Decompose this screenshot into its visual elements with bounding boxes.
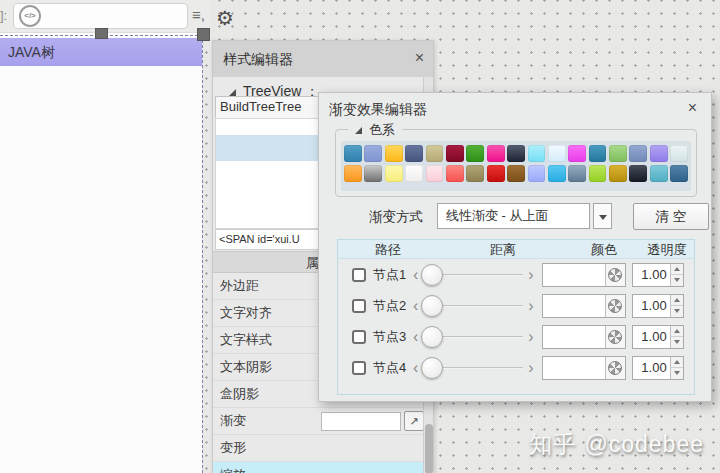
slider-thumb[interactable]: [421, 357, 443, 379]
opacity-value[interactable]: 1.00: [633, 357, 670, 379]
slider-left-icon[interactable]: ‹: [413, 361, 418, 375]
color-value[interactable]: [543, 295, 605, 317]
color-swatch[interactable]: [609, 165, 627, 182]
color-value[interactable]: [543, 264, 605, 286]
distance-slider[interactable]: [421, 356, 525, 380]
resize-handle-top[interactable]: [95, 28, 108, 39]
spin-down-icon[interactable]: [671, 337, 683, 348]
color-swatch[interactable]: [487, 145, 505, 162]
color-value[interactable]: [543, 326, 605, 348]
scrollbar-thumb[interactable]: [425, 424, 433, 473]
color-picker-button[interactable]: [605, 295, 625, 317]
color-field[interactable]: [542, 294, 626, 318]
clear-button[interactable]: 清 空: [633, 203, 709, 230]
slider-thumb[interactable]: [421, 264, 443, 286]
color-swatch[interactable]: [405, 165, 423, 182]
color-swatch[interactable]: [385, 145, 403, 162]
color-swatch[interactable]: [364, 165, 382, 182]
color-swatch[interactable]: [344, 145, 362, 162]
style-editor-header[interactable]: 样式编辑器 ×: [213, 41, 433, 77]
gear-icon[interactable]: ⚙: [216, 8, 234, 28]
color-value[interactable]: [543, 357, 605, 379]
color-swatch[interactable]: [446, 165, 464, 182]
color-swatch[interactable]: [629, 165, 647, 182]
color-swatch[interactable]: [629, 145, 647, 162]
color-swatch[interactable]: [405, 145, 423, 162]
prop-row-scale[interactable]: 缩放: [213, 462, 425, 473]
color-picker-button[interactable]: [605, 326, 625, 348]
tree-item-java[interactable]: JAVA树: [0, 38, 202, 66]
opacity-spinner[interactable]: 1.00: [632, 325, 684, 349]
toolbar-field[interactable]: </>: [13, 3, 188, 29]
color-swatch[interactable]: [364, 145, 382, 162]
color-swatch[interactable]: [426, 145, 444, 162]
color-swatch[interactable]: [568, 145, 586, 162]
gradient-value-input[interactable]: [321, 412, 401, 431]
close-icon[interactable]: ×: [415, 49, 424, 67]
list-icon[interactable]: ≡,: [192, 6, 205, 23]
close-icon[interactable]: ×: [688, 99, 697, 117]
color-swatch[interactable]: [568, 165, 586, 182]
spin-up-icon[interactable]: [671, 357, 683, 369]
prop-row-transform[interactable]: 变形: [213, 435, 425, 462]
slider-right-icon[interactable]: ›: [528, 361, 533, 375]
color-field[interactable]: [542, 325, 626, 349]
resize-handle-corner[interactable]: [197, 28, 210, 41]
color-swatch[interactable]: [507, 145, 525, 162]
slider-left-icon[interactable]: ‹: [413, 268, 418, 282]
color-picker-button[interactable]: [605, 264, 625, 286]
color-swatch[interactable]: [548, 165, 566, 182]
spin-up-icon[interactable]: [671, 264, 683, 276]
distance-slider[interactable]: [421, 263, 525, 287]
span-snippet-field[interactable]: <SPAN id='xui.U: [215, 229, 331, 250]
node-checkbox[interactable]: [352, 268, 366, 282]
opacity-spinner[interactable]: 1.00: [632, 356, 684, 380]
node-checkbox[interactable]: [352, 361, 366, 375]
slider-thumb[interactable]: [421, 295, 443, 317]
spin-down-icon[interactable]: [671, 368, 683, 379]
opacity-value[interactable]: 1.00: [633, 326, 670, 348]
slider-left-icon[interactable]: ‹: [413, 330, 418, 344]
spin-down-icon[interactable]: [671, 275, 683, 286]
color-swatch[interactable]: [670, 145, 688, 162]
gradient-mode-select[interactable]: 线性渐变 - 从上面: [437, 203, 590, 229]
spin-down-icon[interactable]: [671, 306, 683, 317]
slider-left-icon[interactable]: ‹: [413, 299, 418, 313]
opacity-spinner[interactable]: 1.00: [632, 263, 684, 287]
opacity-spinner[interactable]: 1.00: [632, 294, 684, 318]
color-swatch[interactable]: [589, 145, 607, 162]
node-checkbox[interactable]: [352, 330, 366, 344]
color-swatch[interactable]: [548, 145, 566, 162]
color-swatch[interactable]: [650, 165, 668, 182]
palette-legend[interactable]: 色系: [348, 121, 402, 139]
distance-slider[interactable]: [421, 325, 525, 349]
color-picker-button[interactable]: [605, 357, 625, 379]
color-swatch[interactable]: [385, 165, 403, 182]
color-swatch[interactable]: [528, 145, 546, 162]
color-swatch[interactable]: [589, 165, 607, 182]
color-field[interactable]: [542, 356, 626, 380]
color-swatch[interactable]: [487, 165, 505, 182]
distance-slider[interactable]: [421, 294, 525, 318]
slider-right-icon[interactable]: ›: [528, 268, 533, 282]
color-swatch[interactable]: [466, 145, 484, 162]
color-swatch[interactable]: [426, 165, 444, 182]
color-swatch[interactable]: [344, 165, 362, 182]
color-field[interactable]: [542, 263, 626, 287]
color-swatch[interactable]: [650, 145, 668, 162]
select-arrow-button[interactable]: [593, 203, 612, 229]
prop-row-gradient[interactable]: 渐变 ↗: [213, 408, 425, 435]
code-icon[interactable]: </>: [19, 5, 41, 27]
slider-thumb[interactable]: [421, 326, 443, 348]
slider-right-icon[interactable]: ›: [528, 299, 533, 313]
color-swatch[interactable]: [466, 165, 484, 182]
tab-buildtree[interactable]: BuildTreeTree: [215, 96, 331, 118]
open-editor-icon[interactable]: ↗: [404, 411, 424, 431]
color-swatch[interactable]: [609, 145, 627, 162]
color-swatch[interactable]: [446, 145, 464, 162]
color-swatch[interactable]: [528, 165, 546, 182]
slider-right-icon[interactable]: ›: [528, 330, 533, 344]
spin-up-icon[interactable]: [671, 326, 683, 338]
opacity-value[interactable]: 1.00: [633, 295, 670, 317]
color-swatch[interactable]: [670, 165, 688, 182]
